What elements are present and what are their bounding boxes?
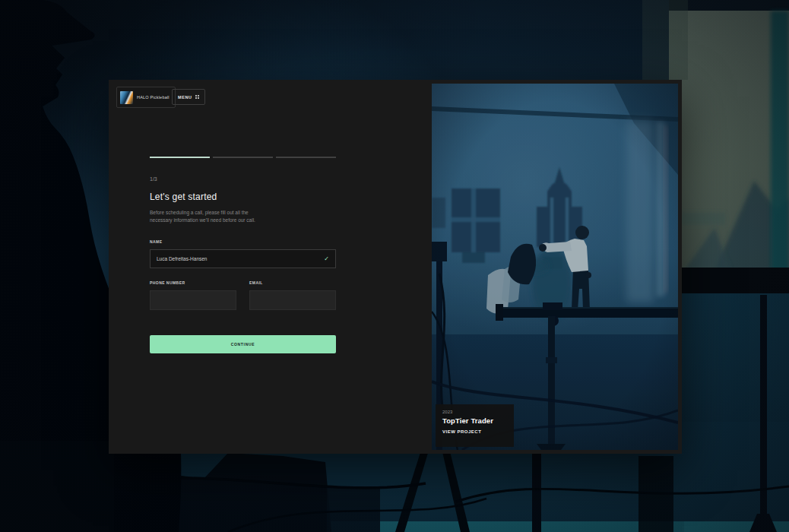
brand-name: HALO Pickleball: [137, 95, 170, 100]
continue-button[interactable]: CONTINUE: [150, 335, 336, 353]
progress-segment-2: [213, 157, 273, 158]
scheduling-modal: HALO Pickleball MENU 1/3 Let's get start…: [109, 80, 682, 454]
email-label: EMAIL: [249, 280, 263, 285]
brand-chip[interactable]: HALO Pickleball: [116, 87, 176, 108]
menu-button-label: MENU: [178, 95, 192, 100]
email-input[interactable]: [249, 290, 336, 310]
page: HALO Pickleball MENU 1/3 Let's get start…: [0, 0, 789, 532]
menu-button[interactable]: MENU: [172, 89, 205, 105]
phone-label: PHONE NUMBER: [150, 280, 185, 285]
wizard-description: Before scheduling a call, please fill ou…: [150, 209, 265, 225]
name-field-wrapper: ✓: [150, 249, 336, 268]
progress-segment-1: [150, 157, 210, 158]
wizard-progress-bar: [150, 157, 336, 158]
project-title: TopTier Trader: [442, 416, 507, 425]
phone-input[interactable]: [150, 290, 236, 310]
project-year: 2023: [442, 410, 507, 414]
page-title: Let's get started: [150, 192, 217, 202]
project-card[interactable]: 2023 TopTier Trader VIEW PROJECT: [436, 404, 514, 447]
view-project-link[interactable]: VIEW PROJECT: [442, 429, 507, 434]
name-label: NAME: [150, 239, 163, 244]
project-photo-pane: 2023 TopTier Trader VIEW PROJECT: [432, 84, 678, 450]
menu-grid-icon: [195, 95, 200, 100]
valid-check-icon: ✓: [324, 256, 335, 262]
progress-segment-3: [276, 157, 336, 158]
name-input[interactable]: [151, 256, 324, 261]
brand-logo-thumbnail-icon: [120, 91, 133, 104]
project-photo: [432, 84, 678, 450]
step-indicator: 1/3: [150, 176, 157, 182]
